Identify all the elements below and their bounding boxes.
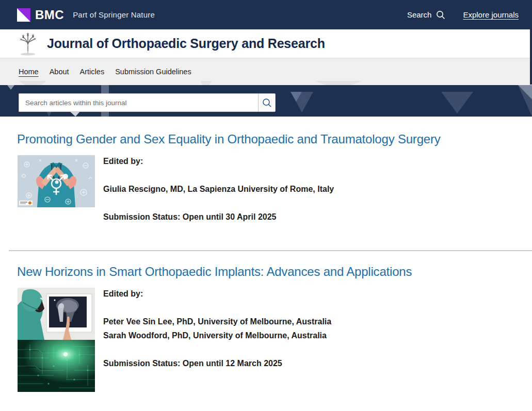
bmc-logo-icon xyxy=(17,8,30,22)
nav-item-articles[interactable]: Articles xyxy=(80,68,105,76)
banner-triangle-tip xyxy=(200,81,212,85)
journal-title: Journal of Orthopaedic Surgery and Resea… xyxy=(47,36,325,51)
nav-item-submission-guidelines[interactable]: Submission Guidelines xyxy=(115,68,191,76)
section-divider xyxy=(9,250,532,251)
collection-title-smart-implants[interactable]: New Horizons in Smart Orthopaedic Implan… xyxy=(17,265,532,279)
banner-deco-triangle xyxy=(291,92,313,112)
journal-search-banner xyxy=(0,85,532,117)
banner-triangle-tip xyxy=(316,81,361,85)
banner-deco-corner xyxy=(509,85,532,117)
smart-implants-collection-image[interactable] xyxy=(18,288,95,392)
topbar: BMC Part of Springer Nature Search Explo… xyxy=(0,0,532,29)
journal-search-submit-button[interactable] xyxy=(258,93,276,112)
banner-deco-triangle xyxy=(441,92,473,113)
journal-header: Journal of Orthopaedic Surgery and Resea… xyxy=(0,29,532,58)
springer-nature-tagline: Part of Springer Nature xyxy=(73,10,155,19)
submission-status: Submission Status: Open until 12 March 2… xyxy=(103,359,331,368)
edited-by-label: Edited by: xyxy=(103,157,334,166)
page-edge-strip xyxy=(530,29,532,85)
editor-name: Sarah Woodford, PhD, University of Melbo… xyxy=(103,331,331,340)
collection-info: Edited by: Giulia Rescigno, MD, La Sapie… xyxy=(103,155,334,222)
gender-equality-collection-image[interactable] xyxy=(18,155,95,207)
banner-triangle-tip xyxy=(19,81,46,85)
banner-deco-triangle xyxy=(7,85,14,90)
collection-title-gender-equality[interactable]: Promoting Gender and Sex Equality in Ort… xyxy=(17,132,532,146)
collection-row: Edited by: Peter Vee Sin Lee, PhD, Unive… xyxy=(18,288,532,392)
collection-info: Edited by: Peter Vee Sin Lee, PhD, Unive… xyxy=(103,288,331,392)
editor-name: Giulia Rescigno, MD, La Sapienza Univers… xyxy=(103,185,334,194)
topbar-search-button[interactable]: Search xyxy=(407,10,446,20)
bmc-logo[interactable]: BMC xyxy=(17,8,64,22)
search-icon xyxy=(436,10,445,20)
submission-status: Submission Status: Open until 30 April 2… xyxy=(103,212,334,222)
explore-journals-link[interactable]: Explore journals xyxy=(463,10,519,19)
editor-name: Peter Vee Sin Lee, PhD, University of Me… xyxy=(103,317,331,326)
nav-item-about[interactable]: About xyxy=(50,68,69,76)
search-icon xyxy=(262,98,272,108)
edited-by-label: Edited by: xyxy=(103,289,331,299)
topbar-search-label: Search xyxy=(407,10,432,19)
bmc-logo-text: BMC xyxy=(35,8,64,22)
journal-nav: Home About Articles Submission Guideline… xyxy=(0,58,532,85)
journal-logo-tree-icon xyxy=(17,32,39,56)
nav-item-home[interactable]: Home xyxy=(19,68,39,76)
journal-search-form xyxy=(19,93,276,112)
journal-search-input[interactable] xyxy=(19,93,258,112)
collection-row: Edited by: Giulia Rescigno, MD, La Sapie… xyxy=(18,155,532,222)
